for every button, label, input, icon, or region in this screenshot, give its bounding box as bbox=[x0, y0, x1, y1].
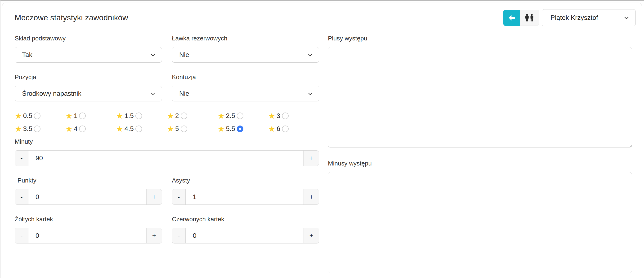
left-column: Skład podstawowy Tak Ławka rezerwowych N… bbox=[15, 35, 319, 274]
star-icon: ★ bbox=[65, 112, 72, 119]
rating-radio[interactable] bbox=[237, 113, 244, 119]
header-controls: Piątek Krzysztof bbox=[503, 9, 636, 26]
plusy-wystepu-textarea[interactable] bbox=[328, 47, 632, 147]
rating-option-1_5[interactable]: ★ 1.5 bbox=[116, 112, 167, 120]
rating-option-2_5[interactable]: ★ 2.5 bbox=[218, 112, 268, 120]
match-stats-card: Meczowe statystyki zawodników bbox=[2, 2, 642, 278]
sklad-podstawowy-label: Skład podstawowy bbox=[15, 35, 162, 42]
minuty-increment-button[interactable]: + bbox=[303, 150, 319, 166]
player-select-value: Piątek Krzysztof bbox=[550, 14, 623, 21]
page-title: Meczowe statystyki zawodników bbox=[15, 13, 128, 22]
card-header: Meczowe statystyki zawodników bbox=[15, 9, 636, 26]
rating-option-label: 0.5 bbox=[23, 112, 32, 120]
kontuzja-value: Nie bbox=[179, 90, 307, 97]
rating-options-grid: ★ 0.5 ★ 1 ★ 1.5 ★ 2 bbox=[15, 112, 319, 133]
star-icon: ★ bbox=[116, 112, 123, 119]
form-content: Skład podstawowy Tak Ławka rezerwowych N… bbox=[15, 35, 631, 274]
rating-option-label: 2.5 bbox=[226, 112, 235, 120]
czerwonych-kartek-decrement-button[interactable]: - bbox=[172, 228, 186, 243]
arrow-left-icon bbox=[507, 13, 516, 22]
back-button[interactable] bbox=[503, 10, 520, 26]
rating-option-label: 3 bbox=[276, 112, 280, 120]
rating-option-2[interactable]: ★ 2 bbox=[167, 112, 218, 120]
zoltych-kartek-increment-button[interactable]: + bbox=[146, 228, 162, 243]
players-button[interactable] bbox=[520, 10, 539, 26]
pozycja-select[interactable]: Środkowy napastnik bbox=[15, 86, 162, 101]
minuty-input[interactable] bbox=[28, 150, 303, 166]
lawka-rezerwowych-select[interactable]: Nie bbox=[172, 47, 319, 63]
rating-radio[interactable] bbox=[181, 126, 187, 132]
minuty-decrement-button[interactable]: - bbox=[15, 150, 28, 166]
screenshot-left-edge bbox=[0, 0, 0, 278]
rating-radio[interactable] bbox=[136, 113, 142, 119]
rating-option-6[interactable]: ★ 6 bbox=[268, 125, 319, 133]
two-people-icon bbox=[524, 13, 535, 22]
lawka-rezerwowych-value: Nie bbox=[179, 51, 307, 59]
kontuzja-select[interactable]: Nie bbox=[172, 86, 319, 101]
star-icon: ★ bbox=[268, 125, 275, 132]
zoltych-kartek-stepper: - + bbox=[15, 228, 162, 244]
star-icon: ★ bbox=[268, 112, 275, 119]
rating-radio[interactable] bbox=[79, 113, 86, 119]
chevron-down-icon bbox=[623, 14, 630, 21]
zoltych-kartek-label: Żółtych kartek bbox=[15, 216, 162, 223]
rating-option-5_5[interactable]: ★ 5.5 bbox=[218, 125, 268, 133]
right-column: Plusy występu Minusy występu bbox=[328, 35, 632, 274]
minuty-label: Minuty bbox=[15, 138, 319, 145]
player-select[interactable]: Piątek Krzysztof bbox=[542, 9, 636, 26]
plusy-wystepu-label: Plusy występu bbox=[328, 35, 632, 42]
rating-option-1[interactable]: ★ 1 bbox=[65, 112, 116, 120]
kontuzja-label: Kontuzja bbox=[172, 74, 319, 81]
asysty-increment-button[interactable]: + bbox=[304, 189, 319, 204]
chevron-down-icon bbox=[150, 52, 156, 58]
star-icon: ★ bbox=[167, 125, 174, 132]
rating-radio[interactable] bbox=[79, 126, 86, 132]
rating-option-label: 3.5 bbox=[23, 125, 32, 133]
asysty-input[interactable] bbox=[186, 189, 304, 204]
pozycja-value: Środkowy napastnik bbox=[22, 90, 150, 97]
rating-radio[interactable] bbox=[34, 113, 40, 119]
star-icon: ★ bbox=[218, 125, 225, 132]
rating-option-label: 6 bbox=[276, 125, 280, 133]
czerwonych-kartek-increment-button[interactable]: + bbox=[304, 228, 319, 243]
punkty-increment-button[interactable]: + bbox=[146, 189, 162, 204]
czerwonych-kartek-input[interactable] bbox=[186, 228, 304, 243]
minusy-wystepu-label: Minusy występu bbox=[328, 160, 632, 167]
rating-option-4[interactable]: ★ 4 bbox=[65, 125, 116, 133]
star-icon: ★ bbox=[15, 125, 22, 132]
rating-option-3[interactable]: ★ 3 bbox=[268, 112, 319, 120]
punkty-decrement-button[interactable]: - bbox=[15, 189, 28, 204]
sklad-podstawowy-select[interactable]: Tak bbox=[15, 47, 162, 63]
chevron-down-icon bbox=[150, 91, 156, 97]
rating-option-label: 5 bbox=[175, 125, 179, 133]
punkty-label: Punkty bbox=[18, 177, 162, 184]
rating-radio[interactable] bbox=[136, 126, 142, 132]
star-icon: ★ bbox=[15, 112, 22, 119]
czerwonych-kartek-stepper: - + bbox=[172, 228, 319, 244]
chevron-down-icon bbox=[307, 52, 313, 58]
star-icon: ★ bbox=[167, 112, 174, 119]
rating-radio[interactable] bbox=[282, 113, 288, 119]
star-icon: ★ bbox=[65, 125, 72, 132]
asysty-decrement-button[interactable]: - bbox=[172, 189, 186, 204]
minuty-stepper: - + bbox=[15, 150, 319, 166]
minusy-wystepu-textarea[interactable] bbox=[328, 172, 632, 273]
rating-option-label: 4.5 bbox=[124, 125, 134, 133]
zoltych-kartek-decrement-button[interactable]: - bbox=[15, 228, 28, 243]
rating-option-4_5[interactable]: ★ 4.5 bbox=[116, 125, 167, 133]
czerwonych-kartek-label: Czerwonych kartek bbox=[172, 216, 319, 223]
rating-option-3_5[interactable]: ★ 3.5 bbox=[15, 125, 65, 133]
lawka-rezerwowych-label: Ławka rezerwowych bbox=[172, 35, 319, 42]
rating-radio[interactable] bbox=[282, 126, 288, 132]
rating-option-label: 5.5 bbox=[226, 125, 235, 133]
rating-radio[interactable] bbox=[181, 113, 187, 119]
rating-option-0_5[interactable]: ★ 0.5 bbox=[15, 112, 65, 120]
rating-option-5[interactable]: ★ 5 bbox=[167, 125, 218, 133]
zoltych-kartek-input[interactable] bbox=[28, 228, 146, 243]
pozycja-label: Pozycja bbox=[15, 74, 162, 81]
rating-radio[interactable] bbox=[34, 126, 40, 132]
punkty-input[interactable] bbox=[28, 189, 146, 204]
star-icon: ★ bbox=[218, 112, 225, 119]
sklad-podstawowy-value: Tak bbox=[22, 51, 150, 59]
rating-radio[interactable] bbox=[237, 126, 244, 132]
